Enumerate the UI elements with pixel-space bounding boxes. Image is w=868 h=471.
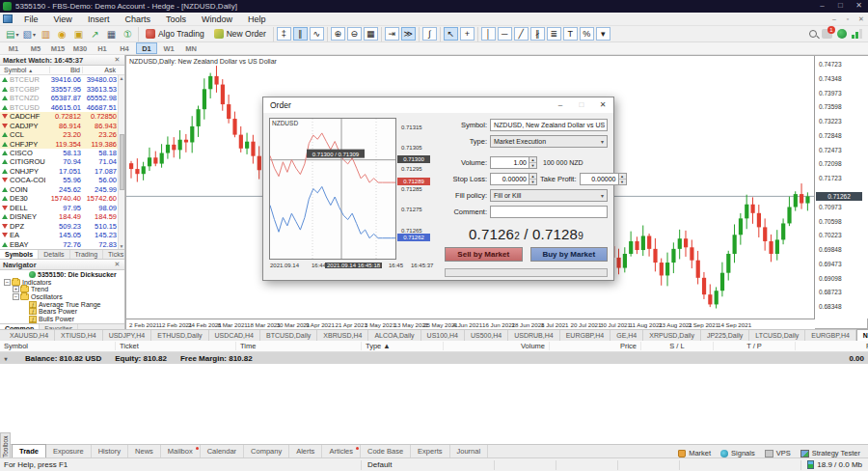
comment-input[interactable] (490, 206, 608, 218)
navigator-toggle[interactable]: ▦ (104, 27, 119, 41)
bar-view-button[interactable]: ∥ (293, 27, 308, 41)
search-icon[interactable] (809, 30, 817, 38)
data-window-toggle[interactable]: ↗ (88, 27, 102, 41)
market-watch-row[interactable]: DELL97.9598.09 (0, 204, 124, 212)
vertical-line-button[interactable]: │ (481, 27, 496, 41)
toolbox-tab-trade[interactable]: Trade (12, 444, 46, 457)
stop-loss-input[interactable] (490, 173, 529, 185)
market-watch-row[interactable]: BTCGBP33557.9533613.53 (0, 84, 124, 93)
timeframe-m1[interactable]: M1 (3, 42, 24, 54)
expand-minus-icon[interactable]: − (4, 279, 11, 286)
sell-by-market-button[interactable]: Sell by Market (445, 247, 523, 262)
chart-tab-eurgbp-h4[interactable]: EURGBP,H4 (805, 330, 856, 341)
timeframe-m30[interactable]: M30 (69, 42, 91, 54)
market-watch-row[interactable]: CCL23.2023.26 (0, 130, 124, 139)
chart-tab-ltcusd-daily[interactable]: LTCUSD,Daily (749, 330, 805, 341)
market-watch-row[interactable]: EA145.05145.23 (0, 231, 124, 239)
market-watch-row[interactable]: COIN245.62245.99 (0, 185, 124, 194)
market-watch-toggle[interactable]: ▣ (71, 27, 86, 41)
chart-tab-usdcad-h4[interactable]: USDCAD,H4 (209, 330, 260, 341)
toolbox-column-symbol[interactable]: Symbol (0, 342, 116, 350)
navigator-item[interactable]: −Oscillators (0, 293, 124, 301)
market-watch-row[interactable]: DE3015740.4015742.60 (0, 194, 124, 203)
time-axis[interactable]: 2 Feb 202112 Feb 202124 Feb 20218 Mar 20… (126, 319, 815, 329)
indicators-button[interactable]: ∫ (422, 27, 437, 41)
chart-tab-nzdusd-daily[interactable]: NZDUSD,Daily (856, 329, 868, 341)
volume-input[interactable] (490, 156, 529, 169)
timeframe-mn[interactable]: MN (180, 42, 202, 54)
market-watch-scrollbar[interactable]: ▲▼ (118, 75, 124, 249)
toolbox-tab-mailbox[interactable]: Mailbox (161, 445, 201, 457)
horizontal-line-button[interactable]: ─ (498, 27, 512, 41)
expand-plus-icon[interactable]: + (13, 286, 19, 292)
help-button[interactable]: ① (121, 27, 135, 41)
collapse-icon[interactable]: ▾ (0, 355, 12, 362)
toolbox-tab-alerts[interactable]: Alerts (289, 445, 322, 457)
fill-policy-select[interactable]: Fill or Kill ▾ (490, 189, 608, 202)
volume-stepper[interactable]: ▲▼ (529, 156, 537, 169)
column-symbol[interactable]: Symbol ▲ (0, 67, 50, 73)
chart-tab-xauusd-h4[interactable]: XAUUSD,H4 (4, 330, 55, 341)
timeframe-m5[interactable]: M5 (25, 42, 46, 54)
menu-window[interactable]: Window (194, 13, 240, 26)
menu-tools[interactable]: Tools (158, 13, 194, 26)
notifications-icon[interactable] (822, 29, 832, 39)
menu-charts[interactable]: Charts (117, 13, 158, 26)
market-watch-tab-details[interactable]: Details (39, 250, 69, 259)
line-view-button[interactable]: ∿ (310, 27, 324, 41)
chart-tab-ge-h4[interactable]: GE,H4 (610, 330, 643, 341)
deposit-button[interactable]: ◉ (55, 27, 69, 41)
minimize-button[interactable]: – (813, 0, 831, 13)
navigator-item[interactable]: fBears Power (0, 308, 124, 316)
chart-tab-us500-h4[interactable]: US500,H4 (465, 330, 508, 341)
timeframe-w1[interactable]: W1 (158, 42, 179, 54)
market-watch-row[interactable]: BTCUSD46615.0146687.51 (0, 102, 124, 111)
timeframe-m15[interactable]: M15 (47, 42, 68, 54)
new-order-button[interactable]: New Order (209, 27, 271, 42)
menu-insert[interactable]: Insert (80, 13, 118, 26)
trendline-button[interactable]: ╱ (514, 27, 529, 41)
timeframe-h4[interactable]: H4 (114, 42, 135, 54)
toolbox-tab-articles[interactable]: Articles (322, 445, 361, 457)
stop-loss-stepper[interactable]: ▲▼ (529, 173, 537, 185)
chart-tab-usdrub-h4[interactable]: USDRUB,H4 (508, 330, 559, 341)
toolbox-tab-history[interactable]: History (92, 445, 128, 457)
menu-view[interactable]: View (46, 13, 80, 26)
menu-help[interactable]: Help (240, 13, 274, 26)
toolbox-column-time[interactable]: Time (236, 342, 362, 350)
toolbox-tab-news[interactable]: News (128, 445, 161, 457)
market-watch-row[interactable]: CADCHF0.728120.72850 (0, 112, 124, 121)
price-axis[interactable]: 0.747230.743480.739730.735980.732230.728… (816, 56, 868, 319)
navigator-item[interactable]: fAverage True Range (0, 300, 124, 308)
signals-button[interactable]: Signals (720, 449, 755, 457)
chart-tab-eurgbp-h4[interactable]: EURGBP,H4 (560, 330, 611, 341)
toolbox-column-ticket[interactable]: Ticket (116, 342, 236, 350)
market-watch-row[interactable]: CITIGROUP70.9471.04 (0, 157, 124, 166)
chart-tab-jp225-daily[interactable]: JP225,Daily (701, 330, 749, 341)
candlestick-view-button[interactable]: ‡ (277, 27, 291, 41)
order-type-select[interactable]: Market Execution ▾ (490, 135, 608, 148)
chart-tab-alcoa-daily[interactable]: ALCOA,Daily (368, 330, 420, 341)
close-button[interactable]: ✕ (850, 0, 868, 13)
fibonacci-button[interactable]: ≣ (547, 27, 561, 41)
toolbox-tab-exposure[interactable]: Exposure (46, 445, 92, 457)
chart-tab-xbrusd-h4[interactable]: XBRUSD,H4 (317, 330, 368, 341)
expand-minus-icon[interactable]: − (13, 293, 19, 300)
navigator-item[interactable]: −Indicators (0, 279, 124, 287)
new-chart-button[interactable]: ▤▾ (5, 27, 19, 41)
toolbox-column-price[interactable]: Price (796, 342, 868, 350)
toolbox-tab-company[interactable]: Company (244, 445, 289, 457)
market-watch-tab-symbols[interactable]: Symbols (0, 250, 39, 259)
market-watch-row[interactable]: BTCEUR39416.0639480.03 (0, 75, 124, 84)
zoom-out-button[interactable]: ⊖ (347, 27, 362, 41)
toolbox-column-volume[interactable]: Volume (444, 342, 550, 350)
algo-trading-button[interactable]: Algo Trading (141, 27, 209, 42)
chart-shift-button[interactable]: ⇥ (385, 27, 399, 41)
timeframe-h1[interactable]: H1 (92, 42, 113, 54)
market-watch-row[interactable]: CHFJPY119.354119.386 (0, 139, 124, 148)
strategy-tester-button[interactable]: Strategy Tester (800, 449, 860, 457)
order-dialog-titlebar[interactable]: Order – □ ✕ (263, 97, 613, 113)
crosshair-button[interactable]: + (460, 27, 475, 41)
market-watch-row[interactable]: BTCNZD65387.8765552.98 (0, 94, 124, 102)
take-profit-stepper[interactable]: ▲▼ (618, 173, 627, 185)
